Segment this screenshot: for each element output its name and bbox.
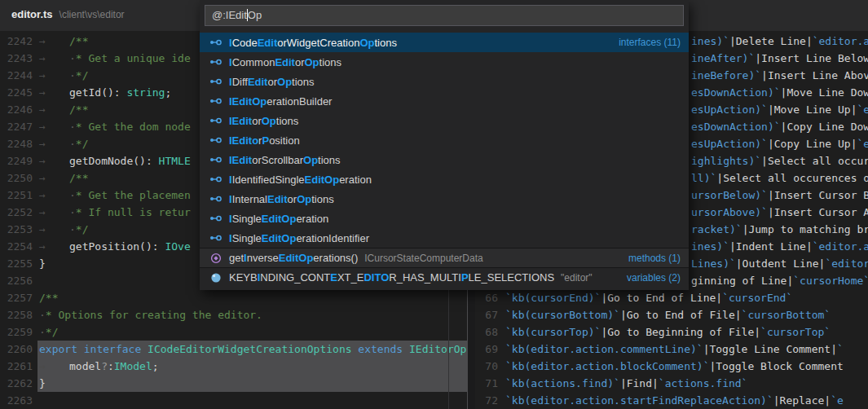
code-token: ines)` (691, 240, 729, 253)
code-line[interactable]: 67`kb(cursorBottom)`|Go to End of File|`… (475, 306, 868, 323)
code-text: `kb(editor.action.blockComment)`|Toggle … (505, 358, 844, 375)
code-text: ll)`|Select all occurences o (691, 169, 868, 187)
tab-whitespace-arrow-icon: → (39, 84, 69, 101)
code-token: * Options for creating the editor. (46, 309, 262, 321)
code-token: esDownAction)` (691, 121, 781, 133)
code-line[interactable]: 66`kb(cursorEnd)`|Go to End of Line|`cur… (475, 289, 868, 306)
code-token: |Go to End of Line| (601, 292, 722, 304)
symbol-name-part: XT_E (337, 271, 364, 284)
symbol-name-part: erations() (313, 252, 358, 264)
symbol-name-part: Diff (232, 76, 248, 88)
code-line[interactable]: 68`kb(cursorTop)`|Go to Beginning of Fil… (475, 323, 868, 341)
code-token: `cursorBottom` (742, 309, 831, 321)
symbol-item[interactable]: IEditOperationBuilder (200, 91, 689, 111)
match-highlight: IEdit (229, 115, 252, 127)
code-line[interactable]: 2263 (0, 392, 467, 409)
active-file-tab[interactable]: editor.ts \client\vs\editor (0, 0, 125, 20)
symbol-item[interactable]: IEditorScrollbarOptions (200, 150, 689, 169)
code-line[interactable]: 71`kb(actions.find)`|Find|`actions.find` (475, 375, 868, 392)
code-token: |Indent Line| (729, 240, 813, 253)
symbol-item[interactable]: KEYBINDING_CONTEXT_EDITOR_HAS_MULTIPLE_S… (200, 267, 689, 287)
code-token: ginning of Line| (691, 275, 793, 287)
match-highlight: IEdito (229, 134, 258, 147)
symbol-name-part: tions (374, 37, 396, 49)
code-token: |Toggle Block Comment (709, 360, 843, 372)
code-token: model (69, 360, 101, 372)
symbol-name: IEditorOptions (229, 115, 298, 127)
code-line[interactable]: 70`kb(editor.action.blockComment)`|Toggl… (475, 358, 868, 375)
match-highlight: EditOp (305, 174, 340, 186)
code-text: →getPosition(): IOve (39, 238, 191, 255)
symbol-item[interactable]: IDiffEditorOptions (200, 72, 689, 91)
code-line[interactable]: 2261→model?:IModel; (0, 358, 467, 375)
file-path: \client\vs\editor (59, 9, 125, 20)
code-token: extends (358, 343, 403, 355)
line-number: 67 (475, 306, 498, 323)
range-highlight (37, 375, 467, 392)
interface-symbol-icon (209, 95, 223, 108)
symbol-name: IEditorPosition (229, 134, 300, 147)
code-text: →/** (39, 169, 88, 187)
code-line[interactable]: 2259·*/ (0, 323, 467, 341)
line-number: 2251 (0, 187, 33, 204)
line-number: 71 (475, 375, 498, 392)
interface-symbol-icon (209, 192, 223, 205)
code-token: getDomNode(): (69, 155, 159, 167)
line-number: 70 (475, 358, 498, 375)
symbol-detail: "editor" (561, 272, 593, 284)
symbol-name: getInverseEditOperations() (229, 252, 358, 264)
symbol-name-part: or (267, 76, 277, 88)
symbol-item[interactable]: IIdentifiedSingleEditOperation (200, 169, 689, 189)
symbol-item[interactable]: ISingleEditOperationIdentifier (200, 228, 689, 248)
code-text: →·* Get a unique ide (39, 50, 191, 67)
match-highlight: Op (297, 193, 311, 205)
symbol-item[interactable]: ICommonEditorOptions (200, 52, 689, 72)
match-highlight: IEditOp (229, 95, 267, 108)
symbol-name-part: orScrollbar (252, 154, 303, 166)
symbol-item[interactable]: IEditorPosition (200, 130, 689, 150)
code-token: · (69, 69, 76, 81)
match-highlight: Op (303, 154, 318, 166)
code-line[interactable]: 72`kb(editor.action.startFindReplaceActi… (475, 392, 868, 409)
line-number: 2253 (0, 221, 33, 238)
symbol-name-part: Internal (232, 193, 267, 205)
symbol-item[interactable]: ICodeEditorWidgetCreationOptionsinterfac… (200, 33, 689, 52)
code-token: */ (76, 223, 89, 235)
code-line[interactable]: 2260export interface ICodeEditorWidgetCr… (0, 341, 467, 358)
line-number: 2259 (0, 323, 33, 341)
interface-symbol-icon (209, 173, 223, 186)
code-line[interactable]: 2258·* Options for creating the editor. (0, 306, 467, 323)
code-text: →·* Get the dom node (39, 118, 191, 135)
symbol-name-part: Common (232, 56, 275, 68)
code-token: ineAfter)` (691, 52, 755, 64)
symbol-item[interactable]: getInverseEditOperations()ICursorStateCo… (200, 248, 689, 267)
symbol-name-part: or (295, 56, 305, 68)
line-number: 2244 (0, 67, 33, 84)
symbol-name-part: tions (318, 154, 340, 166)
match-highlight: Edit (248, 76, 268, 88)
code-token (77, 343, 84, 355)
symbol-name-part: KEYB (229, 271, 258, 284)
interface-symbol-icon (209, 114, 223, 127)
code-token: */ (76, 69, 89, 81)
tab-whitespace-arrow-icon: → (39, 169, 69, 187)
symbol-item[interactable]: IEditorOptions (200, 111, 689, 130)
code-token (403, 343, 409, 355)
code-text: ighlights)`|Select all occur (691, 152, 868, 169)
code-line[interactable]: 2257/** (0, 289, 467, 306)
code-token: * If null is retur (76, 206, 191, 218)
symbol-item[interactable]: ISingleEditOperation (200, 209, 689, 228)
match-highlight: Op (277, 76, 292, 88)
line-number: 2252 (0, 204, 33, 221)
query-after-cursor: Op (248, 9, 262, 21)
quick-open-input[interactable]: @:IEditOp (205, 5, 684, 26)
code-text: `kb(cursorTop)`|Go to Beginning of File|… (505, 323, 831, 341)
tab-whitespace-arrow-icon: → (39, 204, 69, 221)
symbol-item[interactable]: IInternalEditorOptions (200, 189, 689, 209)
code-text: →getDomNode(): HTMLE (39, 152, 191, 169)
code-token: `cursorTop` (760, 326, 831, 338)
symbol-name-part: IdentifiedSingle (232, 174, 305, 186)
code-line[interactable]: 69`kb(editor.action.commentLine)`|Toggle… (475, 341, 868, 358)
code-line[interactable]: 2262} (0, 375, 467, 392)
code-text: ·* Options for creating the editor. (39, 306, 262, 323)
